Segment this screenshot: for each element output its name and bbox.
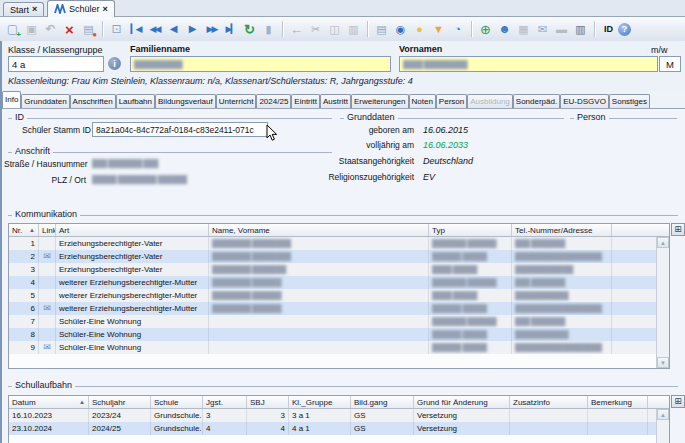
familienname-input[interactable]: ██████████ bbox=[130, 56, 391, 72]
photo-icon: ▦ bbox=[514, 20, 533, 39]
tab-austritt[interactable]: Austritt bbox=[320, 94, 351, 108]
mail-link-icon[interactable]: ✉ bbox=[43, 304, 51, 313]
scroll-up-icon[interactable]: ▲ bbox=[657, 409, 669, 420]
column-header-typ[interactable]: Typ bbox=[429, 224, 512, 236]
column-header-schuljahr[interactable]: Schuljahr bbox=[89, 396, 151, 408]
address-book-icon[interactable]: ▥ bbox=[571, 20, 590, 39]
first-record-icon[interactable]: ▎◀ bbox=[126, 20, 145, 39]
print-icon[interactable]: ▤ bbox=[372, 20, 391, 39]
fast-prev-icon[interactable]: ◀◀ bbox=[145, 20, 164, 39]
tab-person[interactable]: Person bbox=[436, 94, 467, 108]
kommunikation-scrollbar[interactable]: ▲ ▼ bbox=[656, 237, 669, 368]
schullaufbahn-row[interactable]: 23.10.20242024/25Grundschule...444 a 1GS… bbox=[9, 422, 656, 435]
tab-grunddaten[interactable]: Grunddaten bbox=[21, 94, 69, 108]
kommunikation-row[interactable]: 7Schüler-Eine Wohnung███████ █████████ █… bbox=[9, 315, 656, 328]
column-header-grund-für-änderung[interactable]: Grund für Änderung bbox=[414, 396, 510, 408]
kommunikation-row[interactable]: 5weiterer Erziehungsberechtigter-Mutter█… bbox=[9, 289, 656, 302]
column-header-sbj[interactable]: SBJ bbox=[247, 396, 289, 408]
fast-next-icon[interactable]: ▶▶ bbox=[202, 20, 221, 39]
export-globe-icon[interactable]: ⊕ bbox=[476, 20, 495, 39]
redacted-value: ██████ █████ bbox=[432, 330, 487, 339]
delete-record-icon[interactable]: × bbox=[60, 20, 79, 39]
doc-tab-schueler[interactable]: Schüler × bbox=[47, 0, 115, 17]
column-header-datum[interactable]: Datum▲ bbox=[9, 396, 89, 408]
cell-typ: ██████ █████ bbox=[429, 328, 512, 341]
tab-2024-25[interactable]: 2024/25 bbox=[256, 94, 291, 108]
tab-eintritt[interactable]: Eintritt bbox=[291, 94, 320, 108]
column-header-jgst[interactable]: Jgst. bbox=[203, 396, 247, 408]
column-header-bemerkung[interactable]: Bemerkung bbox=[588, 396, 648, 408]
kommunikation-row[interactable]: 8Schüler-Eine Wohnung██████ ████████████… bbox=[9, 328, 656, 341]
tab-anschriften[interactable]: Anschriften bbox=[70, 94, 116, 108]
vornamen-input[interactable]: ████ █████████ bbox=[399, 56, 658, 72]
tab-ausbildung[interactable]: Ausbildung bbox=[467, 94, 513, 108]
mw-input[interactable] bbox=[659, 56, 681, 72]
mail-link-icon[interactable]: ✉ bbox=[43, 252, 51, 261]
cell-art: weiterer Erziehungsberechtigter-Mutter bbox=[56, 276, 209, 289]
help-icon[interactable]: ? bbox=[618, 23, 631, 36]
close-icon[interactable]: × bbox=[32, 5, 37, 14]
kommunikation-row[interactable]: 2✉Erziehungsberechtigter-Vater████████ █… bbox=[9, 250, 656, 263]
filter-icon[interactable]: ▼ bbox=[429, 20, 448, 39]
cell-art: weiterer Erziehungsberechtigter-Mutter bbox=[56, 302, 209, 315]
column-header-zusatzinfo[interactable]: Zusatzinfo bbox=[510, 396, 588, 408]
tab-erweiterungen[interactable]: Erweiterungen bbox=[351, 94, 409, 108]
cell-link bbox=[39, 289, 56, 302]
schullaufbahn-groupbox: Schullaufbahn bbox=[8, 386, 678, 387]
hint-icon[interactable]: ● bbox=[410, 20, 429, 39]
tab-info[interactable]: Info bbox=[2, 91, 21, 108]
id-button[interactable]: ID bbox=[599, 22, 618, 36]
plz-ort-label: PLZ / Ort bbox=[4, 175, 86, 185]
clock-icon[interactable]: ◔ bbox=[448, 20, 467, 39]
close-icon[interactable]: × bbox=[103, 5, 108, 14]
kommunikation-row[interactable]: 9✉Schüler-Eine Wohnung██████ ███████████… bbox=[9, 341, 656, 354]
column-header-nr[interactable]: Nr.▲ bbox=[9, 224, 39, 236]
stamm-id-input[interactable] bbox=[92, 122, 268, 137]
kommunikation-row[interactable]: 3Erziehungsberechtigter-Vater████████ ██… bbox=[9, 263, 656, 276]
schullaufbahn-column-settings-button[interactable]: ⊞ bbox=[671, 395, 685, 408]
kommunikation-row[interactable]: 1Erziehungsberechtigter-Vater████████ ██… bbox=[9, 237, 656, 250]
refresh-icon[interactable]: ↻ bbox=[240, 20, 259, 39]
last-record-icon[interactable]: ▶▎ bbox=[221, 20, 240, 39]
cell-bildgang: GS bbox=[351, 409, 414, 422]
tab-sonderpäd[interactable]: Sonderpäd. bbox=[513, 94, 560, 108]
column-header-link[interactable]: Link bbox=[39, 224, 56, 236]
schullaufbahn-row[interactable]: 16.10.20232023/24Grundschule...333 a 1GS… bbox=[9, 409, 656, 422]
kommunikation-column-settings-button[interactable]: ⊞ bbox=[671, 223, 685, 236]
redacted-value: ██████████████████ bbox=[515, 343, 602, 352]
preview-icon[interactable]: ◉ bbox=[391, 20, 410, 39]
main-toolbar: ▢+▣↶×▤●⊡▎◀◀◀◀▶▶▶▶▎↻▮←✂◫▥▤◉●▼◔⊕☻▦✉▬▥ ID ? bbox=[0, 17, 685, 42]
tab-sonstiges[interactable]: Sonstiges bbox=[609, 94, 650, 108]
klasse-input[interactable] bbox=[8, 56, 104, 72]
next-record-icon[interactable]: ▶ bbox=[183, 20, 202, 39]
person-icon[interactable]: ☻ bbox=[495, 20, 514, 39]
cell-name: ████████ ██████ bbox=[209, 289, 429, 302]
prev-record-icon[interactable]: ◀ bbox=[164, 20, 183, 39]
schullaufbahn-scrollbar[interactable]: ▲ bbox=[656, 409, 669, 443]
cut-icon: ✂ bbox=[306, 20, 325, 39]
mail-link-icon[interactable]: ✉ bbox=[43, 343, 51, 352]
doc-tab-start[interactable]: Start × bbox=[3, 2, 44, 16]
class-info-icon[interactable]: i bbox=[108, 57, 121, 70]
tab-bildungsverlauf[interactable]: Bildungsverlauf bbox=[155, 94, 216, 108]
tab-laufbahn[interactable]: Laufbahn bbox=[116, 94, 155, 108]
scroll-down-icon[interactable]: ▼ bbox=[657, 357, 669, 368]
sort-asc-icon: ▲ bbox=[27, 227, 35, 233]
send-mail-icon[interactable]: ✉ bbox=[533, 20, 552, 39]
column-header-art[interactable]: Art bbox=[56, 224, 209, 236]
column-header-kl-gruppe[interactable]: Kl._Gruppe bbox=[289, 396, 351, 408]
scroll-up-icon[interactable]: ▲ bbox=[657, 237, 669, 248]
column-header-name-vorname[interactable]: Name, Vorname bbox=[209, 224, 429, 236]
new-record-icon[interactable]: ▢+ bbox=[3, 20, 22, 39]
select-window-icon[interactable]: ⊡ bbox=[107, 20, 126, 39]
column-header-tel-nummer-adresse[interactable]: Tel.-Nummer/Adresse bbox=[512, 224, 612, 236]
edit-list-icon[interactable]: ▤● bbox=[79, 20, 98, 39]
column-header-schule[interactable]: Schule bbox=[151, 396, 203, 408]
tab-eu-dsgvo[interactable]: EU-DSGVO bbox=[560, 94, 609, 108]
tab-unterricht[interactable]: Unterricht bbox=[216, 94, 257, 108]
cell-name: ████████ ██████ bbox=[209, 302, 429, 315]
kommunikation-row[interactable]: 6✉weiterer Erziehungsberechtigter-Mutter… bbox=[9, 302, 656, 315]
column-header-bild-gang[interactable]: Bild.gang bbox=[351, 396, 414, 408]
kommunikation-row[interactable]: 4weiterer Erziehungsberechtigter-Mutter█… bbox=[9, 276, 656, 289]
tab-noten[interactable]: Noten bbox=[409, 94, 436, 108]
